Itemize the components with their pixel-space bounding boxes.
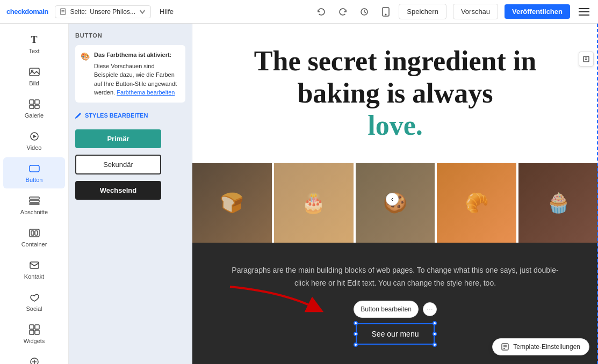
gallery-prev-button[interactable]: ‹	[386, 193, 399, 206]
image-icon	[28, 66, 40, 78]
right-panel-icon[interactable]	[579, 52, 594, 67]
handle-bottom-left[interactable]	[354, 343, 358, 347]
svg-rect-25	[30, 325, 34, 329]
topbar: checkdomain Seite: Unsere Philos... Hilf…	[0, 0, 598, 24]
sidebar-item-label-button: Button	[26, 177, 43, 183]
svg-rect-13	[30, 105, 34, 108]
sidebar-item-label-galerie: Galerie	[25, 112, 44, 119]
page-name: Unsere Philos...	[90, 8, 135, 16]
bread-visual-1: 🍞	[192, 163, 272, 243]
video-icon	[28, 130, 40, 142]
sidebar-item-widgets[interactable]: Widgets	[3, 318, 65, 350]
mobile-icon[interactable]	[379, 5, 392, 18]
handle-bottom-right[interactable]	[433, 343, 437, 347]
selected-button[interactable]: See our menu	[356, 323, 435, 345]
sidebar-item-label-widgets: Widgets	[24, 338, 45, 344]
button-icon	[28, 163, 40, 174]
sections-icon	[28, 195, 40, 207]
redo-icon[interactable]	[336, 5, 349, 18]
sidebar-item-abschnitte[interactable]: Abschnitte	[3, 190, 65, 221]
bread-visual-2: 🎂	[274, 163, 354, 243]
sidebar-item-label-social: Social	[26, 305, 42, 312]
button-more-menu[interactable]: ···	[423, 302, 437, 316]
sidebar-item-video[interactable]: Video	[3, 125, 65, 156]
button-previews: Primär Sekundär Wechselnd	[75, 129, 185, 200]
sidebar-item-galerie[interactable]: Galerie	[3, 93, 65, 124]
sidebar-item-label-bild: Bild	[29, 80, 39, 86]
edit-panel-icon	[582, 55, 590, 63]
secondary-button-preview[interactable]: Sekundär	[75, 155, 161, 174]
container-icon	[28, 227, 40, 239]
button-edit-label[interactable]: Button bearbeiten	[354, 301, 419, 318]
publish-button[interactable]: Veröffentlichen	[505, 4, 570, 19]
svg-rect-26	[35, 325, 39, 329]
undo-icon[interactable]	[315, 5, 328, 18]
button-toolbar: Button bearbeiten ···	[225, 301, 566, 318]
palette-icon: 🎨	[81, 51, 90, 97]
alert-title: Das Farbthema ist aktiviert:	[94, 50, 180, 60]
menu-icon[interactable]	[577, 4, 592, 19]
svg-rect-12	[35, 100, 39, 104]
sidebar-item-label-kontakt: Kontakt	[24, 273, 44, 280]
gallery-image-5: 🧁	[518, 163, 598, 243]
sidebar-item-bild[interactable]: Bild	[3, 61, 65, 92]
toggle-button-preview[interactable]: Wechselnd	[75, 181, 161, 200]
alert-link[interactable]: Farbthema bearbeiten	[117, 89, 175, 96]
svg-rect-19	[30, 200, 39, 202]
sidebar-item-social[interactable]: Social	[3, 286, 65, 317]
gallery-image-1: 🍞	[192, 163, 272, 243]
handle-top-left[interactable]	[354, 321, 358, 325]
handle-middle-left[interactable]	[354, 332, 358, 336]
sidebar-item-mehr[interactable]: Mehr	[3, 351, 65, 364]
chevron-down-icon	[139, 8, 146, 16]
sidebar-item-text[interactable]: T Text	[3, 28, 65, 60]
template-settings-label: Template-Einstellungen	[513, 343, 580, 351]
svg-point-5	[386, 14, 387, 15]
sidebar-item-label-text: Text	[28, 48, 39, 54]
svg-line-32	[80, 113, 80, 114]
sidebar-item-button[interactable]: Button	[3, 157, 65, 188]
sidebar-item-kontakt[interactable]: Kontakt	[3, 254, 65, 285]
edit-btn-text: Button bearbeiten	[361, 304, 412, 315]
sidebar-item-label-video: Video	[27, 144, 42, 151]
help-link[interactable]: Hilfe	[160, 8, 174, 16]
svg-rect-22	[31, 231, 34, 235]
svg-rect-23	[35, 231, 38, 235]
svg-rect-9	[30, 68, 39, 76]
svg-rect-17	[30, 165, 39, 172]
preview-button[interactable]: Vorschau	[453, 4, 498, 19]
primary-button-preview[interactable]: Primär	[75, 129, 161, 148]
contact-icon	[28, 259, 40, 271]
svg-rect-27	[30, 330, 34, 334]
styles-edit-button[interactable]: STYLES BEARBEITEN	[75, 110, 185, 121]
canvas[interactable]: The secret ingredient in baking is alway…	[192, 24, 598, 364]
gallery-image-4: 🥐	[437, 163, 516, 243]
svg-rect-33	[583, 56, 589, 62]
hero-accent: love.	[368, 110, 423, 141]
sidebar-item-container[interactable]: Container	[3, 222, 65, 253]
mehr-icon	[28, 356, 40, 364]
hero-text-line1: The secret ingredient in	[254, 46, 536, 76]
bread-visual-5: 🧁	[518, 163, 598, 243]
svg-marker-16	[33, 135, 37, 138]
edit-icon	[75, 112, 82, 119]
page-selector[interactable]: Seite: Unsere Philos...	[55, 5, 151, 18]
hero-section: The secret ingredient in baking is alway…	[192, 24, 598, 163]
selected-button-wrapper: See our menu	[356, 323, 435, 345]
widgets-icon	[28, 324, 40, 336]
history-icon[interactable]	[358, 5, 371, 18]
button-panel: BUTTON 🎨 Das Farbthema ist aktiviert: Di…	[69, 24, 192, 364]
handle-middle-right[interactable]	[433, 332, 437, 336]
gallery-icon	[28, 98, 40, 110]
hero-text-line2: baking is always	[297, 78, 493, 108]
main-layout: T Text Bild Galerie Video Button	[0, 24, 598, 364]
handle-top-right[interactable]	[433, 321, 437, 325]
dark-section-text: Paragraphs are the main building blocks …	[225, 264, 566, 290]
gallery-image-2: 🎂	[274, 163, 354, 243]
svg-rect-20	[30, 203, 39, 205]
save-button[interactable]: Speichern	[399, 4, 446, 19]
template-settings-button[interactable]: Template-Einstellungen	[492, 338, 589, 355]
sidebar-item-label-container: Container	[21, 241, 47, 247]
panel-alert: 🎨 Das Farbthema ist aktiviert: Diese Vor…	[75, 45, 185, 103]
svg-rect-14	[35, 105, 39, 108]
